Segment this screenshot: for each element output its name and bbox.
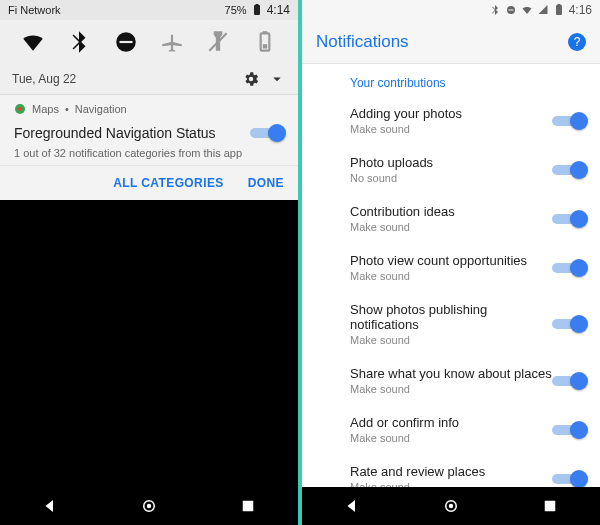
setting-row[interactable]: Share what you know about placesMake sou… (302, 356, 600, 405)
do-not-disturb-icon[interactable] (113, 29, 139, 55)
setting-title: Rate and review places (350, 464, 552, 479)
setting-subtitle: No sound (350, 172, 552, 184)
dnd-status-icon (505, 4, 517, 16)
phone-right: 4:16 Notifications ? Your contributions … (302, 0, 600, 525)
notification-actions: ALL CATEGORIES DONE (0, 165, 298, 200)
setting-row[interactable]: Contribution ideasMake sound (302, 194, 600, 243)
notification-subtext: 1 out of 32 notification categories from… (14, 147, 284, 159)
maps-icon (14, 103, 26, 115)
setting-row[interactable]: Rate and review placesMake sound (302, 454, 600, 487)
svg-rect-12 (243, 501, 254, 512)
clock: 4:16 (569, 3, 592, 17)
shade-backdrop (0, 200, 298, 487)
svg-rect-0 (254, 5, 260, 15)
setting-title: Share what you know about places (350, 366, 552, 381)
setting-toggle[interactable] (552, 111, 586, 131)
help-icon[interactable]: ? (568, 33, 586, 51)
notification-toggle[interactable] (250, 123, 284, 143)
setting-subtitle: Make sound (350, 221, 552, 233)
notification-title: Foregrounded Navigation Status (14, 125, 216, 141)
setting-row[interactable]: Photo uploadsNo sound (302, 145, 600, 194)
setting-row[interactable]: Photo view count opportunitiesMake sound (302, 243, 600, 292)
setting-subtitle: Make sound (350, 383, 552, 395)
bluetooth-status-icon (489, 4, 501, 16)
setting-row[interactable]: Show photos publishing notificationsMake… (302, 292, 600, 356)
svg-rect-19 (545, 501, 556, 512)
setting-title: Photo view count opportunities (350, 253, 552, 268)
airplane-icon[interactable] (159, 29, 185, 55)
svg-rect-16 (557, 4, 560, 6)
setting-row[interactable]: Adding your photosMake sound (302, 96, 600, 145)
nav-back-icon[interactable] (343, 497, 361, 515)
wifi-icon[interactable] (20, 29, 46, 55)
nav-recents-icon[interactable] (541, 497, 559, 515)
notification-card[interactable]: Maps • Navigation Foregrounded Navigatio… (0, 94, 298, 165)
setting-subtitle: Make sound (350, 432, 552, 444)
bluetooth-icon[interactable] (66, 29, 92, 55)
battery-status-icon (553, 4, 565, 16)
flashlight-icon[interactable] (205, 29, 231, 55)
date-row: Tue, Aug 22 (0, 64, 298, 94)
setting-row[interactable]: Add or confirm infoMake sound (302, 405, 600, 454)
setting-title: Contribution ideas (350, 204, 552, 219)
notification-channel: Navigation (75, 103, 127, 115)
battery-percent: 75% (225, 4, 247, 16)
svg-rect-15 (556, 5, 562, 15)
notification-settings-list[interactable]: Your contributions Adding your photosMak… (302, 64, 600, 487)
phone-left: Fi Network 75% 4:14 (0, 0, 298, 525)
settings-title: Notifications (316, 32, 409, 52)
setting-toggle[interactable] (552, 209, 586, 229)
notification-app-row: Maps • Navigation (14, 103, 284, 115)
setting-toggle[interactable] (552, 371, 586, 391)
setting-title: Show photos publishing notifications (350, 302, 552, 332)
carrier-label: Fi Network (8, 4, 61, 16)
nav-bar (302, 487, 600, 525)
section-header: Your contributions (302, 64, 600, 96)
svg-point-11 (147, 504, 152, 509)
setting-toggle[interactable] (552, 258, 586, 278)
quick-settings-row (0, 20, 298, 64)
nav-home-icon[interactable] (442, 497, 460, 515)
svg-point-9 (18, 107, 22, 111)
status-bar-left: Fi Network 75% 4:14 (0, 0, 298, 20)
battery-tile-icon[interactable] (252, 29, 278, 55)
clock: 4:14 (267, 3, 290, 17)
setting-toggle[interactable] (552, 420, 586, 440)
nav-home-icon[interactable] (140, 497, 158, 515)
svg-rect-1 (255, 4, 258, 6)
signal-status-icon (537, 4, 549, 16)
svg-rect-14 (508, 10, 513, 11)
setting-subtitle: Make sound (350, 123, 552, 135)
svg-rect-6 (263, 31, 267, 33)
settings-gear-icon[interactable] (242, 70, 260, 88)
setting-toggle[interactable] (552, 469, 586, 488)
setting-toggle[interactable] (552, 314, 586, 334)
notification-app-name: Maps (32, 103, 59, 115)
svg-rect-3 (119, 41, 132, 43)
all-categories-button[interactable]: ALL CATEGORIES (113, 176, 224, 190)
setting-title: Add or confirm info (350, 415, 552, 430)
expand-caret-icon[interactable] (268, 70, 286, 88)
svg-rect-7 (263, 44, 267, 48)
svg-point-18 (449, 504, 454, 509)
setting-title: Adding your photos (350, 106, 552, 121)
nav-back-icon[interactable] (41, 497, 59, 515)
setting-subtitle: Make sound (350, 270, 552, 282)
date-label: Tue, Aug 22 (12, 72, 76, 86)
nav-recents-icon[interactable] (239, 497, 257, 515)
status-bar-right: 4:16 (302, 0, 600, 20)
nav-bar (0, 487, 298, 525)
quick-settings-panel: Tue, Aug 22 Maps • Navigation (0, 20, 298, 200)
setting-toggle[interactable] (552, 160, 586, 180)
setting-title: Photo uploads (350, 155, 552, 170)
battery-icon (251, 4, 263, 16)
setting-subtitle: Make sound (350, 334, 552, 346)
done-button[interactable]: DONE (248, 176, 284, 190)
settings-header: Notifications ? (302, 20, 600, 64)
wifi-status-icon (521, 4, 533, 16)
